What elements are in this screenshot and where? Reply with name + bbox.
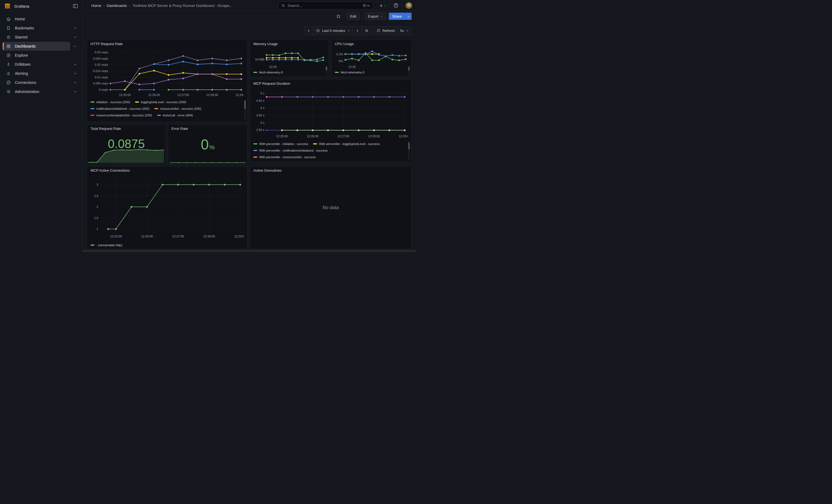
legend-scrollbar[interactable] xyxy=(408,142,410,160)
mcp-active-connections-chart[interactable]: 12:25:0012:26:0012:27:0012:28:0012:29:00… xyxy=(90,175,244,240)
sidebar-item-label: Explore xyxy=(15,53,80,57)
panel-http-request-rate[interactable]: HTTP Request Rate 12:25:0012:26:0012:27:… xyxy=(87,39,248,122)
zoom-out-button[interactable] xyxy=(362,26,371,35)
sidebar-item-alerting[interactable]: Alerting xyxy=(2,69,80,78)
search-box[interactable]: ⌘+k xyxy=(278,2,373,9)
refresh-group: Refresh 5s xyxy=(374,26,412,35)
legend-label: unknown - success (200) xyxy=(186,120,222,121)
sidebar-item-starred[interactable]: Starred xyxy=(2,33,80,42)
favorite-star-icon[interactable] xyxy=(336,14,341,19)
sidebar-item-bookmarks[interactable]: Bookmarks xyxy=(2,24,80,32)
panel-total-request-rate[interactable]: Total Request Rate 0.0875 xyxy=(87,124,166,164)
legend-item[interactable]: fetch-telemetry-0 xyxy=(253,71,283,74)
panel-active-goroutines[interactable]: Active Goroutines No data xyxy=(250,166,412,249)
plus-icon: + xyxy=(380,3,383,8)
refresh-button[interactable]: Refresh xyxy=(374,26,398,35)
edit-button[interactable]: Edit xyxy=(347,12,359,20)
breadcrumb-home[interactable]: Home xyxy=(92,4,101,8)
chevron-down-icon[interactable] xyxy=(73,44,77,48)
legend-label: fetch-telemetry-0 xyxy=(341,71,364,74)
legend-item[interactable]: notifications/initialized - success (202… xyxy=(90,107,149,110)
chevron-down-icon[interactable] xyxy=(74,26,77,30)
scrollbar-thumb[interactable] xyxy=(408,67,410,71)
sidebar-item-drilldown[interactable]: Drilldown xyxy=(2,60,80,69)
legend-scrollbar[interactable] xyxy=(326,66,328,76)
connections-icon xyxy=(6,80,11,85)
cpu-usage-chart[interactable]: 12:250.2%0% xyxy=(334,47,408,68)
svg-text:3: 3 xyxy=(97,183,98,186)
legend-item[interactable]: tools/list - success (200) xyxy=(136,120,176,121)
panel-cpu-usage[interactable]: CPU Usage 12:250.2%0% fetch-telemetry-0 xyxy=(331,39,412,77)
time-range-picker[interactable]: Last 5 minutes xyxy=(313,26,353,35)
legend-row: 95th percentile - resources/list - succe… xyxy=(253,154,405,160)
sidebar-menu: Home Bookmarks Starred xyxy=(0,12,82,96)
legend-item[interactable]: 95th percentile - initialize - success xyxy=(253,142,308,145)
legend-item[interactable]: tools/call - success (200) xyxy=(90,120,131,121)
svg-text:4.50 s: 4.50 s xyxy=(256,99,264,102)
legend-swatch xyxy=(253,72,257,73)
help-button[interactable] xyxy=(393,3,399,8)
cpu-legend: fetch-telemetry-0 xyxy=(335,69,405,75)
panel-error-rate[interactable]: Error Rate 0% xyxy=(168,124,248,164)
panel-memory-usage[interactable]: Memory Usage 12:2516 MiB fetch-telemetry… xyxy=(250,39,329,77)
legend-item[interactable]: tools/call - error (404) xyxy=(157,114,193,117)
error-rate-sparkline xyxy=(170,159,245,163)
grafana-logo[interactable] xyxy=(4,2,11,10)
memory-legend: fetch-telemetry-0 xyxy=(253,69,322,75)
chevron-left-icon xyxy=(307,29,311,33)
legend-scrollbar[interactable] xyxy=(244,100,246,120)
legend-item[interactable]: 95th percentile - resources/list - succe… xyxy=(253,155,316,159)
edit-button-label: Edit xyxy=(350,14,356,19)
breadcrumb-separator: › xyxy=(129,4,130,8)
sidebar-item-explore[interactable]: Explore xyxy=(2,51,80,60)
legend-item[interactable]: initialize - success (200) xyxy=(90,100,130,104)
legend-scrollbar[interactable] xyxy=(408,66,410,76)
export-button[interactable]: Export xyxy=(365,12,386,20)
search-input[interactable] xyxy=(287,4,360,8)
dock-sidebar-icon[interactable] xyxy=(72,3,78,9)
mcp-request-duration-chart[interactable]: 12:25:0012:26:0012:27:0012:28:0012:29:00… xyxy=(253,89,408,139)
search-icon xyxy=(281,4,285,8)
sidebar-item-connections[interactable]: Connections xyxy=(2,78,80,87)
legend-item[interactable]: logging/setLevel - success (200) xyxy=(135,100,186,104)
refresh-interval-picker[interactable]: 5s xyxy=(397,26,412,35)
scrollbar-thumb[interactable] xyxy=(408,142,410,150)
chevron-down-icon[interactable] xyxy=(74,90,77,94)
bottom-scrollbar-strip[interactable] xyxy=(82,250,416,252)
scrollbar-thumb[interactable] xyxy=(326,67,327,71)
legend-item[interactable]: 95th percentile - logging/setLevel - suc… xyxy=(313,142,380,145)
legend-item[interactable]: resources/templates/list - success (200) xyxy=(90,114,152,117)
add-button[interactable]: + xyxy=(380,3,386,8)
breadcrumb-dashboards[interactable]: Dashboards xyxy=(107,4,127,8)
http-request-rate-chart[interactable]: 12:25:0012:26:0012:27:0012:28:0012:29:00… xyxy=(89,48,244,98)
legend-item[interactable]: 95th percentile - notifications/initiali… xyxy=(253,149,328,152)
time-controls: Last 5 minutes Refresh 5s xyxy=(304,26,412,35)
sidebar-item-label: Administration xyxy=(15,89,74,94)
chevron-down-icon[interactable] xyxy=(74,62,77,66)
sidebar-item-dashboards[interactable]: Dashboards xyxy=(2,42,70,51)
avatar[interactable] xyxy=(406,2,412,9)
sidebar-item-label: Alerting xyxy=(15,71,74,76)
legend-swatch xyxy=(157,115,161,116)
chevron-down-icon[interactable] xyxy=(74,35,77,39)
share-button[interactable]: Share xyxy=(389,12,405,20)
legend-item[interactable]: unknown - success (200) xyxy=(181,120,222,121)
legend-item[interactable]: - (streamable-http) xyxy=(90,243,123,247)
share-menu-button[interactable] xyxy=(405,12,412,20)
svg-text:3.50 s: 3.50 s xyxy=(256,114,264,117)
scrollbar-thumb[interactable] xyxy=(244,100,246,109)
chevron-down-icon xyxy=(380,15,383,18)
panel-mcp-request-duration[interactable]: MCP Request Duration 12:25:0012:26:0012:… xyxy=(250,79,412,162)
chevron-down-icon[interactable] xyxy=(74,72,77,75)
legend-item[interactable]: resources/list - success (200) xyxy=(154,107,201,110)
time-shift-back-button[interactable] xyxy=(304,26,313,35)
chevron-down-icon xyxy=(347,29,350,32)
sidebar-item-home[interactable]: Home xyxy=(2,15,80,23)
legend-item[interactable]: fetch-telemetry-0 xyxy=(335,71,364,74)
chevron-down-icon[interactable] xyxy=(74,81,77,84)
memory-usage-chart[interactable]: 12:2516 MiB xyxy=(252,47,326,68)
panel-mcp-active-connections[interactable]: MCP Active Connections 12:25:0012:26:001… xyxy=(87,166,248,249)
sidebar-item-administration[interactable]: Administration xyxy=(2,87,80,96)
legend-swatch xyxy=(154,108,158,109)
time-shift-forward-button[interactable] xyxy=(353,26,362,35)
